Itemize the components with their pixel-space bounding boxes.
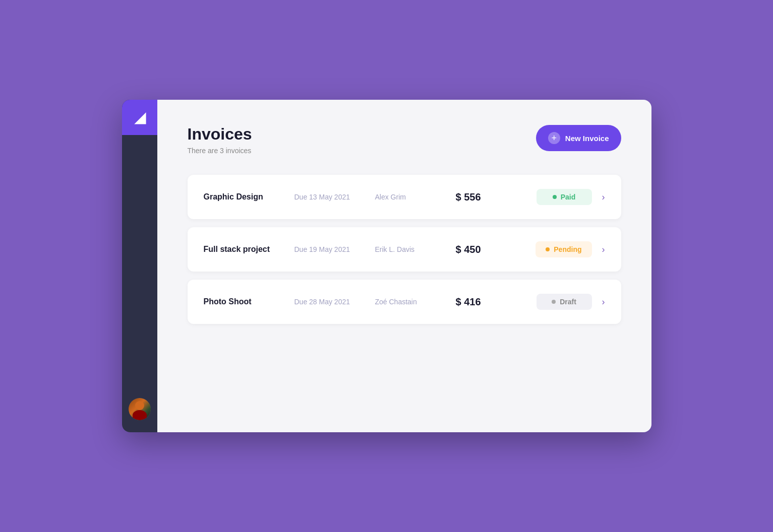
invoice-card[interactable]: Graphic Design Due 13 May 2021 Alex Grim… — [188, 175, 621, 219]
status-badge: Paid — [537, 189, 592, 205]
invoice-due: Due 28 May 2021 — [294, 298, 375, 306]
status-label: Pending — [554, 245, 581, 253]
chevron-right-icon[interactable]: › — [602, 297, 605, 307]
main-content: Invoices There are 3 invoices + New Invo… — [157, 100, 651, 432]
invoice-card[interactable]: Photo Shoot Due 28 May 2021 Zoé Chastain… — [188, 280, 621, 324]
invoice-name: Photo Shoot — [204, 297, 294, 306]
page-title: Invoices — [188, 125, 252, 144]
invoice-client: Zoé Chastain — [375, 298, 456, 306]
invoice-amount: $ 416 — [456, 296, 506, 308]
status-dot-icon — [546, 247, 550, 251]
logo-icon: ◢ — [135, 109, 145, 126]
chevron-right-icon[interactable]: › — [602, 192, 605, 203]
sidebar: ◢ — [122, 100, 157, 432]
invoice-due: Due 13 May 2021 — [294, 193, 375, 201]
status-badge: Draft — [537, 294, 592, 310]
header-title-area: Invoices There are 3 invoices — [188, 125, 252, 155]
invoice-status-area: Pending › — [506, 241, 605, 257]
status-dot-icon — [552, 300, 556, 304]
invoices-list: Graphic Design Due 13 May 2021 Alex Grim… — [188, 175, 621, 324]
invoice-status-area: Paid › — [506, 189, 605, 205]
invoice-status-area: Draft › — [506, 294, 605, 310]
sidebar-logo: ◢ — [122, 100, 157, 135]
header: Invoices There are 3 invoices + New Invo… — [188, 125, 621, 155]
chevron-right-icon[interactable]: › — [602, 244, 605, 255]
status-dot-icon — [553, 195, 557, 199]
status-badge: Pending — [536, 241, 591, 257]
status-label: Paid — [561, 193, 576, 201]
invoice-name: Graphic Design — [204, 192, 294, 202]
avatar[interactable] — [129, 398, 151, 420]
invoice-due: Due 19 May 2021 — [294, 245, 375, 253]
plus-icon: + — [548, 132, 560, 144]
invoice-amount: $ 556 — [456, 191, 506, 203]
invoice-card[interactable]: Full stack project Due 19 May 2021 Erik … — [188, 227, 621, 272]
status-label: Draft — [560, 298, 576, 306]
invoice-name: Full stack project — [204, 245, 294, 254]
invoice-client: Erik L. Davis — [375, 245, 456, 253]
page-subtitle: There are 3 invoices — [188, 147, 252, 155]
invoice-amount: $ 450 — [456, 244, 506, 255]
new-invoice-button[interactable]: + New Invoice — [536, 125, 621, 151]
new-invoice-label: New Invoice — [565, 134, 609, 143]
app-window: ◢ Invoices There are 3 invoices + New In… — [122, 100, 651, 432]
invoice-client: Alex Grim — [375, 193, 456, 201]
avatar-image — [129, 398, 151, 420]
